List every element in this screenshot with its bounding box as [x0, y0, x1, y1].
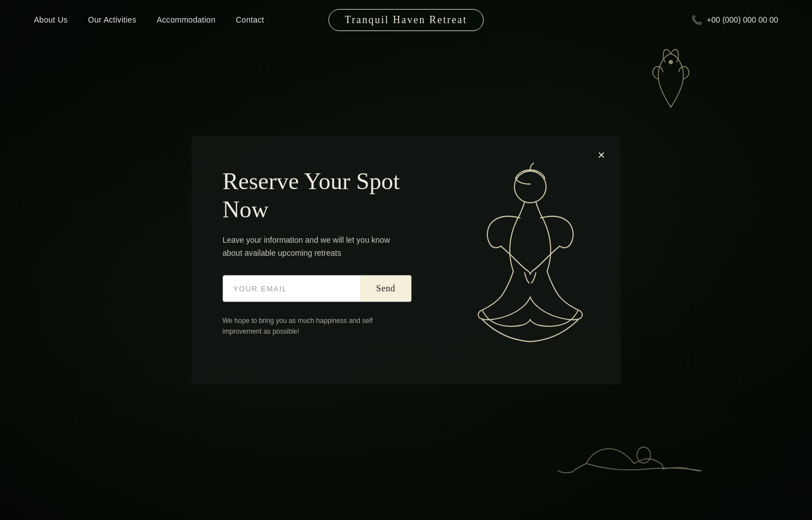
modal-content-left: Reserve Your Spot Now Leave your informa…	[191, 136, 440, 384]
close-button[interactable]: ×	[592, 146, 610, 164]
phone-icon: 📞	[691, 15, 702, 25]
nav-link-accommodation[interactable]: Accommodation	[156, 15, 215, 24]
nav-link-contact[interactable]: Contact	[235, 15, 264, 24]
modal-title: Reserve Your Spot Now	[222, 167, 412, 224]
modal-subtitle: Leave your information and we will let y…	[222, 234, 412, 259]
nav-link-activities[interactable]: Our Activities	[88, 15, 137, 24]
yoga-illustration	[457, 153, 604, 368]
svg-point-0	[669, 60, 673, 64]
reserve-modal: × Reserve Your Spot Now Leave your infor…	[191, 136, 621, 384]
modal-content-right	[440, 136, 621, 384]
email-form: Send	[222, 275, 412, 302]
email-input[interactable]	[223, 276, 360, 301]
svg-point-1	[514, 171, 546, 203]
svg-point-2	[637, 447, 651, 463]
modal-footer-text: We hope to bring you as much happiness a…	[222, 316, 412, 337]
nav-links: About Us Our Activities Accommodation Co…	[34, 15, 264, 24]
phone-text: +00 (000) 000 00 00	[707, 15, 779, 24]
navbar: About Us Our Activities Accommodation Co…	[0, 0, 812, 40]
bottom-decoration	[541, 430, 756, 475]
phone-number: 📞 +00 (000) 000 00 00	[691, 15, 779, 25]
site-logo[interactable]: Tranquil Haven Retreat	[329, 9, 484, 31]
nav-link-about[interactable]: About Us	[34, 15, 68, 24]
send-button[interactable]: Send	[360, 276, 411, 301]
hand-decoration	[643, 45, 699, 113]
